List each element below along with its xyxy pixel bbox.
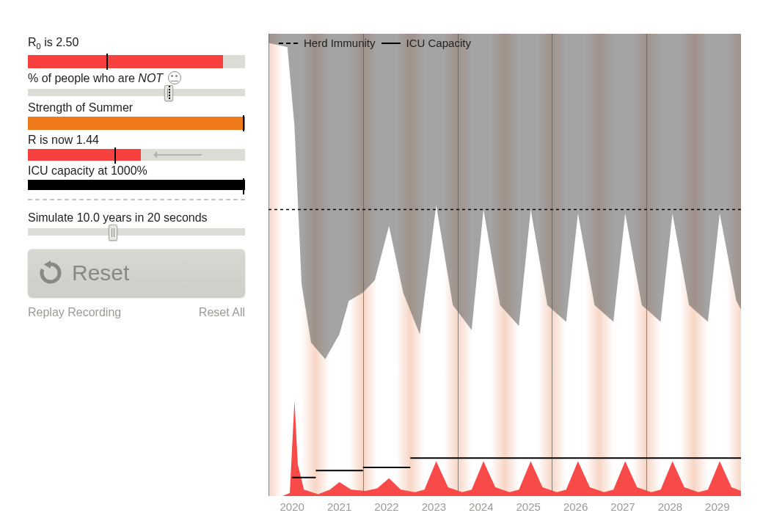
legend-solid-icon bbox=[382, 43, 401, 44]
not-label: % of people who are NOT bbox=[28, 71, 248, 86]
summer-slider[interactable] bbox=[28, 117, 245, 130]
replay-link[interactable]: Replay Recording bbox=[28, 306, 121, 319]
r0-slider[interactable] bbox=[28, 55, 245, 68]
not-row: % of people who are NOT bbox=[28, 71, 248, 96]
x-axis-labels: 2020202120222023202420252026202720282029 bbox=[269, 500, 741, 515]
legend-dash-icon bbox=[279, 43, 298, 44]
legend-herd-label: Herd Immunity bbox=[304, 37, 376, 49]
r0-row: R0 is 2.50 bbox=[28, 35, 248, 68]
summer-row: Strength of Summer bbox=[28, 101, 248, 130]
summer-label: Strength of Summer bbox=[28, 101, 248, 115]
icu-slider[interactable] bbox=[28, 180, 245, 190]
r-row: R is now 1.44 bbox=[28, 133, 248, 161]
chart-area: Herd Immunity ICU Capacity 2020202120222… bbox=[269, 34, 741, 515]
reset-button[interactable]: Reset bbox=[28, 249, 245, 297]
reset-icon bbox=[38, 260, 63, 285]
reset-all-link[interactable]: Reset All bbox=[199, 306, 245, 319]
icu-label: ICU capacity at 1000% bbox=[28, 164, 248, 178]
x-axis-tick: 2028 bbox=[658, 500, 682, 513]
reset-label: Reset bbox=[72, 260, 129, 285]
not-slider[interactable] bbox=[28, 89, 245, 96]
x-axis-tick: 2021 bbox=[327, 500, 351, 513]
chart-legend: Herd Immunity ICU Capacity bbox=[279, 37, 471, 49]
x-axis-tick: 2027 bbox=[610, 500, 635, 513]
face-neutral-icon bbox=[168, 71, 181, 84]
x-axis-tick: 2029 bbox=[705, 500, 729, 513]
x-axis-tick: 2025 bbox=[516, 500, 541, 513]
x-axis-tick: 2026 bbox=[563, 500, 588, 513]
r-slider[interactable] bbox=[28, 149, 245, 161]
divider bbox=[28, 199, 245, 200]
x-axis-tick: 2024 bbox=[469, 500, 493, 513]
icu-row: ICU capacity at 1000% bbox=[28, 164, 248, 190]
x-axis-tick: 2023 bbox=[422, 500, 446, 513]
control-panel: R0 is 2.50 % of people who are NOT Stren… bbox=[28, 35, 248, 319]
x-axis-tick: 2022 bbox=[374, 500, 398, 513]
link-row: Replay Recording Reset All bbox=[28, 306, 245, 319]
sim-slider[interactable] bbox=[28, 228, 245, 236]
r0-label: R0 is 2.50 bbox=[28, 35, 248, 54]
sim-row: Simulate 10.0 years in 20 seconds bbox=[28, 211, 248, 236]
sim-label: Simulate 10.0 years in 20 seconds bbox=[28, 211, 248, 225]
legend-icu-label: ICU Capacity bbox=[406, 37, 471, 49]
r-label: R is now 1.44 bbox=[28, 133, 248, 147]
arrow-left-icon bbox=[154, 154, 202, 156]
x-axis-tick: 2020 bbox=[280, 500, 304, 513]
